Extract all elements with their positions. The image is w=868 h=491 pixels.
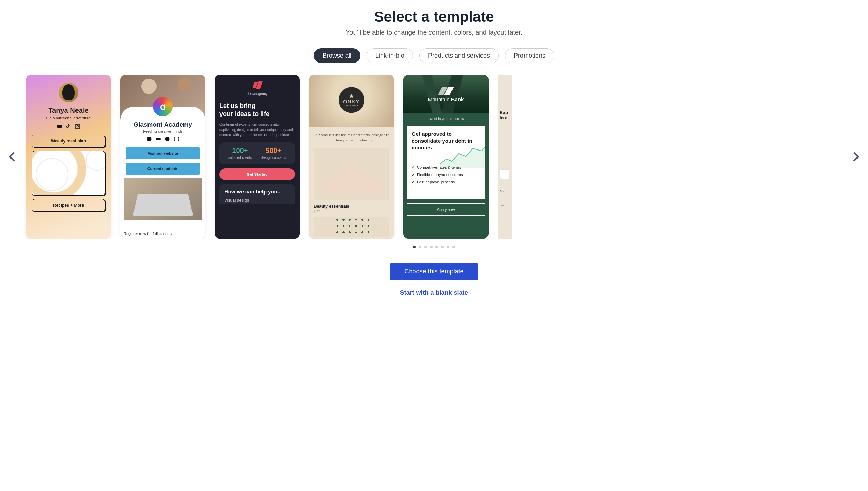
academy-logo-icon: ɑ xyxy=(153,97,173,116)
youtube-icon xyxy=(57,124,62,129)
stat-value: 100+ xyxy=(228,147,252,155)
partial-title: Exp xyxy=(500,110,508,115)
current-students-button: Current students xyxy=(126,163,200,175)
stat-clients: 100+ satisfied clients xyxy=(228,147,252,160)
agency-brand: desynagency xyxy=(247,92,268,96)
chevron-left-icon xyxy=(6,151,19,163)
pagination-dot[interactable] xyxy=(435,246,438,248)
x-icon xyxy=(146,136,152,142)
stat-label: design concepts xyxy=(261,155,286,160)
product-name: Beauty essentials xyxy=(314,204,389,209)
svg-rect-1 xyxy=(75,124,80,129)
help-item: Visual design xyxy=(224,198,290,203)
filter-browse-all[interactable]: Browse all xyxy=(314,48,360,63)
stat-value: 500+ xyxy=(261,147,286,155)
food-image xyxy=(32,151,106,196)
template-carousel: Tanya Neale On a nutritional adventure W… xyxy=(0,75,868,239)
filter-products-services[interactable]: Products and services xyxy=(419,48,499,63)
svg-point-2 xyxy=(77,125,78,127)
page-title: Select a template xyxy=(374,8,494,25)
brand-name: ONKY xyxy=(343,99,360,104)
feature-item: Fast approval process xyxy=(412,180,480,184)
carousel-pagination xyxy=(413,246,455,248)
product-price: $72 xyxy=(314,209,389,213)
product-grid-image xyxy=(314,148,389,200)
pagination-dot[interactable] xyxy=(419,246,421,248)
svg-rect-4 xyxy=(156,138,160,140)
onky-badge: ❀ ONKY COSMETICS xyxy=(339,87,364,113)
carousel-wrapper: Tanya Neale On a nutritional adventure W… xyxy=(0,75,868,239)
pagination-dot[interactable] xyxy=(452,246,455,248)
choose-template-button[interactable]: Choose this template xyxy=(390,263,478,280)
visit-website-button: Visit our website xyxy=(126,147,200,159)
hero-hands-image: ❀ ONKY COSMETICS xyxy=(309,75,394,127)
chevron-right-icon xyxy=(849,151,862,163)
partial-title2: in e xyxy=(500,115,507,120)
social-row xyxy=(146,136,179,142)
profile-tagline: On a nutritional adventure xyxy=(46,116,91,120)
pagination-dot[interactable] xyxy=(424,246,427,248)
mountain-mark-icon xyxy=(439,87,453,95)
pagination-dot[interactable] xyxy=(413,246,416,248)
svg-rect-6 xyxy=(174,137,179,141)
template-card-desyn[interactable]: desynagency Let us bring your ideas to l… xyxy=(215,75,300,239)
agency-desc: Our team of experts turn concepts into c… xyxy=(219,122,295,138)
pagination-dot[interactable] xyxy=(430,246,433,248)
facebook-icon xyxy=(165,136,170,142)
agency-logo: desynagency xyxy=(247,81,268,96)
template-card-onky[interactable]: ❀ ONKY COSMETICS Our products use natura… xyxy=(309,75,394,239)
profile-name: Tanya Neale xyxy=(48,107,88,115)
help-title: How we can help you... xyxy=(224,189,290,195)
agency-heading: Let us bring your ideas to life xyxy=(219,102,269,118)
template-card-tanya[interactable]: Tanya Neale On a nutritional adventure W… xyxy=(26,75,111,239)
bank-tagline: Invest in your tomorrow xyxy=(403,113,489,124)
academy-name: Glasmont Academy xyxy=(133,121,192,129)
get-started-button: Get Started xyxy=(219,168,295,180)
caption: Register now for fall classes xyxy=(120,229,175,239)
meal-plan-button: Weekly meal plan xyxy=(32,135,106,147)
svg-rect-0 xyxy=(57,125,62,128)
svg-point-3 xyxy=(147,137,151,141)
laptop-image xyxy=(124,178,202,220)
bank-logo: Mountain Bank xyxy=(428,87,464,102)
apply-now-button: Apply now xyxy=(407,203,485,216)
stats-box: 100+ satisfied clients 500+ design conce… xyxy=(219,142,295,164)
blank-slate-link[interactable]: Start with a blank slate xyxy=(400,289,468,296)
stat-label: satisfied clients xyxy=(228,155,252,160)
agency-mark-icon xyxy=(252,81,262,90)
partial-sub: Su xyxy=(500,190,504,193)
stat-concepts: 500+ design concepts xyxy=(261,147,286,160)
offer-card: Get approved to consolidate your debt in… xyxy=(407,126,485,199)
leaf-icon: ❀ xyxy=(349,93,354,99)
carousel-prev-button[interactable] xyxy=(6,151,19,163)
filter-bar: Browse all Link-in-bio Products and serv… xyxy=(314,48,554,63)
social-row xyxy=(57,124,80,129)
academy-tagline: Feeding creative minds xyxy=(143,129,183,133)
youtube-icon xyxy=(155,136,161,142)
template-card-mountain-bank[interactable]: Mountain Bank Invest in your tomorrow Ge… xyxy=(403,75,489,239)
brand-sub: COSMETICS xyxy=(345,104,359,107)
filter-promotions[interactable]: Promotions xyxy=(505,48,554,63)
instagram-icon xyxy=(174,136,179,142)
pagination-dot[interactable] xyxy=(441,246,444,248)
bank-name: Mountain Bank xyxy=(428,96,464,102)
carousel-next-button[interactable] xyxy=(849,151,862,163)
help-section: How we can help you... Visual design xyxy=(219,184,295,204)
page-subtitle: You'll be able to change the content, co… xyxy=(346,29,522,36)
growth-chart-icon xyxy=(440,143,485,168)
svg-point-5 xyxy=(165,137,169,141)
partial-thumb xyxy=(500,169,509,179)
onky-tagline: Our products use natural ingredients, de… xyxy=(314,132,389,143)
pagination-dot[interactable] xyxy=(447,246,449,248)
partial-sub2: our xyxy=(500,204,504,207)
filter-link-in-bio[interactable]: Link-in-bio xyxy=(367,48,413,63)
recipes-button: Recipes + More xyxy=(32,199,106,212)
instagram-icon xyxy=(75,124,80,129)
plant-image xyxy=(314,217,389,237)
tiktok-icon xyxy=(66,124,71,129)
feature-item: Flexible repayment options xyxy=(412,173,480,177)
avatar xyxy=(59,83,78,102)
template-card-partial[interactable]: Exp in e Su our xyxy=(498,75,512,239)
mountain-hero: Mountain Bank xyxy=(403,75,489,113)
template-card-glasmont[interactable]: ɑ Glasmont Academy Feeding creative mind… xyxy=(120,75,205,239)
